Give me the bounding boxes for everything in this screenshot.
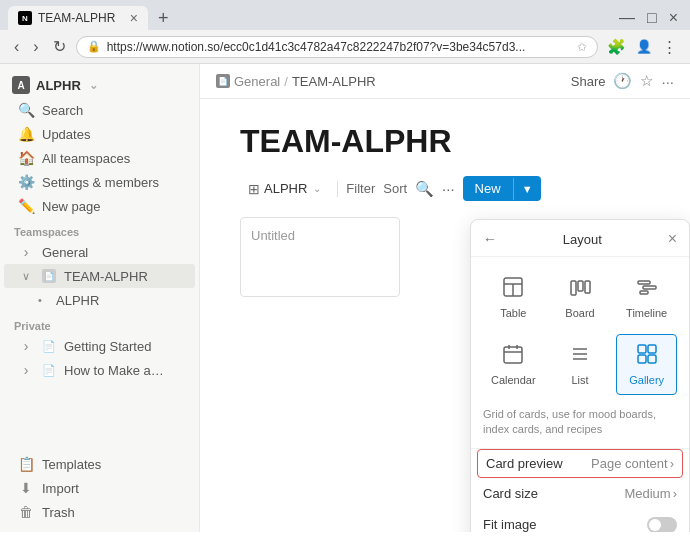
sidebar-item-import[interactable]: ⬇ Import: [4, 476, 195, 500]
app-layout: A ALPHR ⌄ 🔍 Search 🔔 Updates 🏠 All teams…: [0, 64, 690, 532]
view-bar: ⊞ ALPHR ⌄ Filter Sort 🔍 ··· New ▼: [240, 176, 650, 201]
fit-image-row[interactable]: Fit image: [471, 509, 689, 532]
history-button[interactable]: 🕐: [613, 72, 632, 90]
svg-rect-7: [643, 286, 656, 289]
svg-rect-19: [648, 355, 656, 363]
minimize-button[interactable]: —: [615, 7, 639, 29]
sidebar-item-all-teamspaces[interactable]: 🏠 All teamspaces: [4, 146, 195, 170]
card-size-row[interactable]: Card size Medium ›: [471, 478, 689, 509]
close-window-button[interactable]: ×: [665, 7, 682, 29]
fit-image-toggle[interactable]: [647, 517, 677, 532]
sidebar-search-label: Search: [42, 103, 83, 118]
bookmark-icon: ✩: [577, 40, 587, 54]
how-to-icon: ›: [18, 362, 34, 378]
sidebar-item-templates[interactable]: 📋 Templates: [4, 452, 195, 476]
workspace-header[interactable]: A ALPHR ⌄: [0, 72, 199, 98]
sidebar-new-page-label: New page: [42, 199, 101, 214]
svg-rect-8: [640, 291, 648, 294]
svg-rect-4: [578, 281, 583, 291]
sort-button[interactable]: Sort: [383, 181, 407, 196]
filter-button[interactable]: Filter: [346, 181, 375, 196]
popup-close-button[interactable]: ×: [668, 230, 677, 248]
gallery-card[interactable]: Untitled: [240, 217, 400, 297]
view-selector[interactable]: ⊞ ALPHR ⌄: [240, 177, 329, 201]
view-divider: [337, 181, 338, 197]
address-bar[interactable]: 🔒 https://www.notion.so/ecc0c1d41c3c4782…: [76, 36, 598, 58]
share-button[interactable]: Share: [571, 74, 606, 89]
sidebar-item-settings[interactable]: ⚙️ Settings & members: [4, 170, 195, 194]
reload-button[interactable]: ↻: [49, 35, 70, 58]
sidebar-item-trash[interactable]: 🗑 Trash: [4, 500, 195, 524]
popup-header: ← Layout ×: [471, 220, 689, 257]
layout-option-board[interactable]: Board: [550, 267, 611, 328]
popup-back-button[interactable]: ←: [483, 231, 497, 247]
alphr-icon: •: [32, 292, 48, 308]
table-layout-label: Table: [500, 307, 526, 319]
extensions-button[interactable]: 🧩: [604, 36, 629, 58]
view-label: ALPHR: [264, 181, 307, 196]
sidebar-item-alphr[interactable]: • ALPHR: [4, 288, 195, 312]
sidebar-item-team-alphr[interactable]: ∨ 📄 TEAM-ALPHR: [4, 264, 195, 288]
card-preview-row[interactable]: Card preview Page content ›: [477, 449, 683, 478]
tab-close-button[interactable]: ×: [130, 11, 138, 25]
import-icon: ⬇: [18, 480, 34, 496]
layout-option-gallery[interactable]: Gallery: [616, 334, 677, 395]
topbar: 📄 General / TEAM-ALPHR Share 🕐 ☆ ···: [200, 64, 690, 99]
browser-chrome: N TEAM-ALPHR × + — □ × ‹ › ↻ 🔒 https://w…: [0, 0, 690, 64]
breadcrumb-general[interactable]: General: [234, 74, 280, 89]
card-size-label: Card size: [483, 486, 538, 501]
all-teamspaces-icon: 🏠: [18, 150, 34, 166]
gallery-card-title: Untitled: [251, 228, 295, 243]
svg-rect-5: [585, 281, 590, 293]
forward-button[interactable]: ›: [29, 36, 42, 58]
layout-popup: ← Layout × Table: [470, 219, 690, 532]
sidebar-all-teamspaces-label: All teamspaces: [42, 151, 130, 166]
sidebar-item-updates[interactable]: 🔔 Updates: [4, 122, 195, 146]
svg-rect-3: [571, 281, 576, 295]
page-content-area: TEAM-ALPHR ⊞ ALPHR ⌄ Filter Sort 🔍 ··· N…: [200, 99, 690, 532]
view-grid-icon: ⊞: [248, 181, 260, 197]
gallery-layout-icon: [636, 343, 658, 370]
list-layout-label: List: [571, 374, 588, 386]
sidebar: A ALPHR ⌄ 🔍 Search 🔔 Updates 🏠 All teams…: [0, 64, 200, 532]
layout-description: Grid of cards, use for mood boards, inde…: [471, 405, 689, 449]
more-button[interactable]: ···: [442, 180, 455, 197]
sidebar-item-new-page[interactable]: ✏️ New page: [4, 194, 195, 218]
sidebar-how-to-label: How to Make a Progress ...: [64, 363, 164, 378]
sidebar-item-how-to[interactable]: › 📄 How to Make a Progress ...: [4, 358, 195, 382]
layout-option-timeline[interactable]: Timeline: [616, 267, 677, 328]
team-alphr-expand-icon: ∨: [18, 268, 34, 284]
updates-icon: 🔔: [18, 126, 34, 142]
settings-icon: ⚙️: [18, 174, 34, 190]
timeline-layout-icon: [636, 276, 658, 303]
sidebar-item-search[interactable]: 🔍 Search: [4, 98, 195, 122]
back-button[interactable]: ‹: [10, 36, 23, 58]
sidebar-updates-label: Updates: [42, 127, 90, 142]
sidebar-item-getting-started[interactable]: › 📄 Getting Started: [4, 334, 195, 358]
card-preview-label: Card preview: [486, 456, 563, 471]
star-button[interactable]: ☆: [640, 72, 653, 90]
new-button-group: New ▼: [463, 176, 541, 201]
breadcrumb-separator: /: [284, 74, 288, 89]
general-expand-icon: ›: [18, 244, 34, 260]
maximize-button[interactable]: □: [643, 7, 661, 29]
svg-rect-9: [504, 347, 522, 363]
new-button-arrow[interactable]: ▼: [513, 178, 541, 200]
profile-button[interactable]: 👤: [633, 36, 655, 58]
sidebar-item-general[interactable]: › General: [4, 240, 195, 264]
new-tab-button[interactable]: +: [152, 8, 175, 29]
tab-favicon: N: [18, 11, 32, 25]
menu-button[interactable]: ⋮: [659, 36, 680, 58]
breadcrumb-icon: 📄: [216, 74, 230, 88]
active-tab[interactable]: N TEAM-ALPHR ×: [8, 6, 148, 30]
more-options-button[interactable]: ···: [661, 73, 674, 90]
layout-option-calendar[interactable]: Calendar: [483, 334, 544, 395]
lock-icon: 🔒: [87, 40, 101, 53]
layout-option-list[interactable]: List: [550, 334, 611, 395]
team-alphr-page-icon: 📄: [42, 269, 56, 283]
layout-option-table[interactable]: Table: [483, 267, 544, 328]
search-button[interactable]: 🔍: [415, 180, 434, 198]
sidebar-team-alphr-label: TEAM-ALPHR: [64, 269, 148, 284]
new-button-main[interactable]: New: [463, 176, 513, 201]
breadcrumb-team-alphr[interactable]: TEAM-ALPHR: [292, 74, 376, 89]
